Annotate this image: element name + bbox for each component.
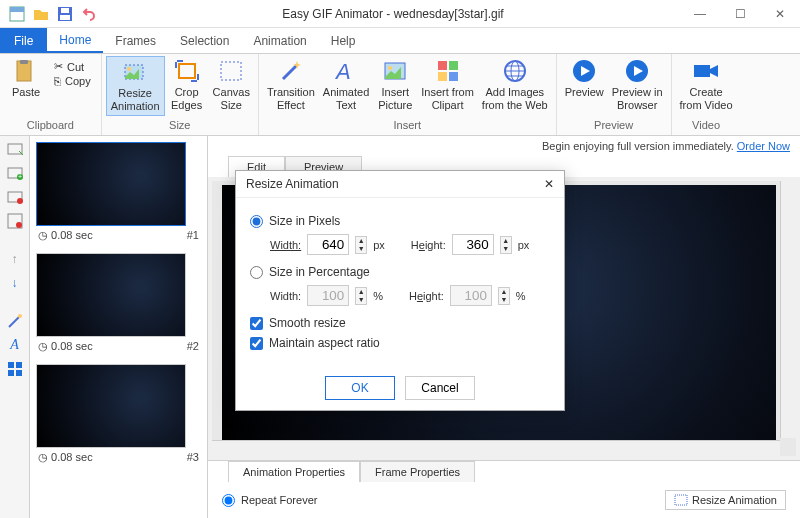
order-now-link[interactable]: Order Now <box>737 140 790 152</box>
height-label: Height: <box>409 290 444 302</box>
text-icon[interactable]: A <box>6 336 24 354</box>
undo-icon[interactable] <box>80 5 98 23</box>
copy-button[interactable]: ⎘Copy <box>54 75 91 87</box>
svg-rect-34 <box>8 370 14 376</box>
group-label: Insert <box>263 117 552 133</box>
wand-icon <box>275 58 307 84</box>
tab-home[interactable]: Home <box>47 28 103 53</box>
tab-frames[interactable]: Frames <box>103 28 168 53</box>
wand-icon[interactable] <box>6 312 24 330</box>
tab-help[interactable]: Help <box>319 28 368 53</box>
cancel-button[interactable]: Cancel <box>405 376 475 400</box>
frame-properties-tab[interactable]: Frame Properties <box>360 461 475 482</box>
group-label: Clipboard <box>4 117 97 133</box>
group-label: Preview <box>561 117 667 133</box>
titlebar: Easy GIF Animator - wednesday[3star].gif… <box>0 0 800 28</box>
resize-animation-button[interactable]: Resize Animation <box>106 56 165 116</box>
svg-point-28 <box>17 198 23 204</box>
frame-thumb[interactable]: ◷ 0.08 sec#3 <box>36 364 201 467</box>
close-button[interactable]: ✕ <box>760 0 800 28</box>
ribbon: Paste ✂Cut ⎘Copy Clipboard Resize Animat… <box>0 54 800 136</box>
resize-animation-small-button[interactable]: Resize Animation <box>665 490 786 510</box>
size-percent-radio[interactable] <box>250 266 263 279</box>
tab-selection[interactable]: Selection <box>168 28 241 53</box>
frame-thumb[interactable]: ◷ 0.08 sec#2 <box>36 253 201 356</box>
preview-button[interactable]: Preview <box>561 56 608 101</box>
svg-point-13 <box>388 66 392 70</box>
group-insert: Transition Effect AAnimated Text Insert … <box>259 54 557 135</box>
animation-properties-tab[interactable]: Animation Properties <box>228 461 360 482</box>
scrollbar-horizontal[interactable] <box>212 440 780 456</box>
paste-button[interactable]: Paste <box>4 56 48 101</box>
maximize-button[interactable]: ☐ <box>720 0 760 28</box>
repeat-forever-radio[interactable] <box>222 494 235 507</box>
svg-rect-33 <box>16 362 22 368</box>
down-arrow-icon[interactable]: ↓ <box>6 274 24 292</box>
frame-thumb[interactable]: ◷ 0.08 sec#1 <box>36 142 201 245</box>
svg-rect-9 <box>179 64 195 78</box>
text-icon: A <box>330 58 362 84</box>
svg-rect-6 <box>20 60 28 64</box>
save-icon[interactable] <box>56 5 74 23</box>
group-clipboard: Paste ✂Cut ⎘Copy Clipboard <box>0 54 102 135</box>
repeat-forever-label: Repeat Forever <box>241 494 317 506</box>
ok-button[interactable]: OK <box>325 376 395 400</box>
canvas-icon <box>215 58 247 84</box>
preview-browser-button[interactable]: Preview in Browser <box>608 56 667 114</box>
crop-edges-button[interactable]: Crop Edges <box>165 56 209 114</box>
width-pct-input <box>307 285 349 306</box>
clock-icon: ◷ 0.08 sec <box>38 229 93 242</box>
minimize-button[interactable]: — <box>680 0 720 28</box>
frame-index: #1 <box>187 229 199 242</box>
width-spinner[interactable]: ▲▼ <box>355 236 367 254</box>
svg-rect-35 <box>16 370 22 376</box>
tab-animation[interactable]: Animation <box>241 28 318 53</box>
open-icon[interactable] <box>32 5 50 23</box>
group-video: Create from Video Video <box>672 54 741 135</box>
smooth-resize-checkbox[interactable] <box>250 317 263 330</box>
smooth-resize-label: Smooth resize <box>269 316 346 330</box>
frame-image <box>36 364 186 448</box>
svg-rect-14 <box>438 61 447 70</box>
width-px-input[interactable] <box>307 234 349 255</box>
globe-icon <box>499 58 531 84</box>
transition-effect-button[interactable]: Transition Effect <box>263 56 319 114</box>
svg-point-8 <box>127 67 131 71</box>
animated-text-button[interactable]: AAnimated Text <box>319 56 373 114</box>
up-arrow-icon[interactable]: ↑ <box>6 250 24 268</box>
add-images-web-button[interactable]: Add Images from the Web <box>478 56 552 114</box>
window-title: Easy GIF Animator - wednesday[3star].gif <box>106 7 680 21</box>
svg-text:+: + <box>18 173 22 180</box>
tool-icon[interactable] <box>6 140 24 158</box>
crop-icon <box>171 58 203 84</box>
copy-icon: ⎘ <box>54 75 61 87</box>
app-icon <box>8 5 26 23</box>
file-menu[interactable]: File <box>0 28 47 53</box>
dialog-close-button[interactable]: ✕ <box>544 177 554 191</box>
resize-animation-dialog: Resize Animation ✕ Size in Pixels Width:… <box>235 170 565 411</box>
create-from-video-button[interactable]: Create from Video <box>676 56 737 114</box>
grid-icon[interactable] <box>6 360 24 378</box>
svg-rect-15 <box>449 61 458 70</box>
maintain-aspect-label: Maintain aspect ratio <box>269 336 380 350</box>
size-pixels-radio[interactable] <box>250 215 263 228</box>
scrollbar-vertical[interactable] <box>780 181 796 438</box>
canvas-size-button[interactable]: Canvas Size <box>209 56 254 114</box>
width-label: Width: <box>270 239 301 251</box>
tool-icon[interactable]: + <box>6 164 24 182</box>
cut-button[interactable]: ✂Cut <box>54 60 91 73</box>
insert-clipart-button[interactable]: Insert from Clipart <box>417 56 478 114</box>
insert-picture-button[interactable]: Insert Picture <box>373 56 417 114</box>
height-px-input[interactable] <box>452 234 494 255</box>
maintain-aspect-checkbox[interactable] <box>250 337 263 350</box>
frame-index: #3 <box>187 451 199 464</box>
group-preview: Preview Preview in Browser Preview <box>557 54 672 135</box>
paste-icon <box>10 58 42 84</box>
promo-bar: Begin enjoying full version immediately.… <box>208 136 800 156</box>
tool-icon[interactable] <box>6 212 24 230</box>
height-spinner[interactable]: ▲▼ <box>500 236 512 254</box>
resize-icon <box>674 494 688 506</box>
tool-icon[interactable] <box>6 188 24 206</box>
svg-point-30 <box>16 222 22 228</box>
svg-point-31 <box>18 314 22 318</box>
